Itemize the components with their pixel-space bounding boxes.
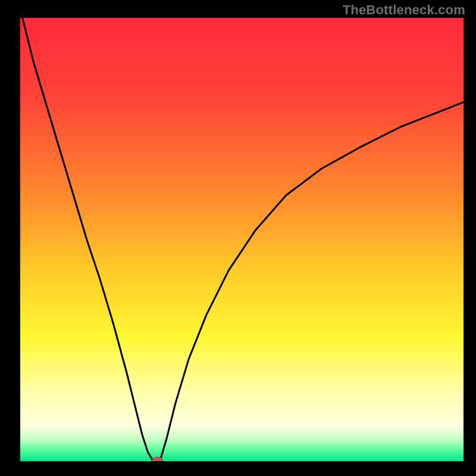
chart-frame: TheBottleneck.com xyxy=(0,0,476,476)
bottleneck-curve xyxy=(20,18,464,461)
attribution-text: TheBottleneck.com xyxy=(343,2,465,18)
plot-area xyxy=(20,18,464,461)
